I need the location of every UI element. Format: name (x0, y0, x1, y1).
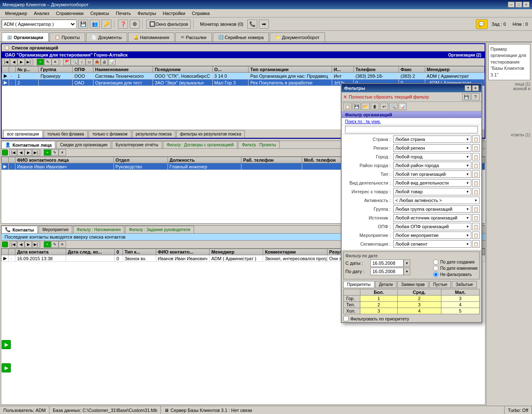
maximize-button[interactable]: □ (515, 2, 522, 7)
interest-select[interactable]: Любой товар ▼ (393, 188, 471, 195)
group-select[interactable]: Любая группа организаций ▼ (393, 205, 471, 213)
nav-green-btn[interactable] (2, 150, 8, 155)
priority-tab-empty[interactable]: Пустые (429, 281, 451, 288)
dialog-menu-btn-1[interactable]: 💾 (462, 93, 470, 101)
flag-btn[interactable]: 🚩 (63, 59, 71, 65)
activity-type-select[interactable]: Любой вид деятельности ▼ (393, 179, 471, 187)
tab-events[interactable]: Мероприятия (39, 226, 72, 233)
type-icon-btn[interactable]: 📋 (472, 170, 480, 178)
tab-accounting[interactable]: Бухгалтерские отчёты (112, 141, 162, 148)
add-contact-bottom-btn[interactable]: + (44, 241, 51, 248)
filter-icon-btn-5[interactable]: ↩ (380, 103, 388, 110)
filter-icon-btn-2[interactable]: 💾 (352, 103, 361, 110)
country-select[interactable]: Любая страна ▼ (393, 136, 471, 143)
green-action-btn-2[interactable]: ▶ (2, 363, 11, 372)
tab-documents[interactable]: 📄 Документы (86, 32, 127, 42)
menu-help[interactable]: Справка (189, 10, 213, 17)
contacts-nav-prev[interactable]: ◀ (17, 149, 25, 156)
reset-filter-btn[interactable]: ✕ Полностью сбросить текущий фильтр (343, 94, 461, 100)
dialog-menu-btn-2[interactable]: ? (471, 93, 480, 101)
tab-reminders-filter[interactable]: Фильтр : Напоминания (73, 226, 125, 233)
interest-icon-btn[interactable]: 📋 (472, 188, 480, 195)
edit-contact-bottom-btn[interactable]: ✎ (51, 241, 59, 248)
search-link[interactable]: Поиск по : № уник. (345, 119, 381, 124)
radio-change-input[interactable] (433, 266, 438, 271)
delete-contact-btn[interactable]: ✕ (59, 149, 66, 156)
menu-services[interactable]: Сервисы (87, 10, 113, 17)
region-select[interactable]: Любой регион ▼ (393, 144, 471, 152)
table-row[interactable]: ▶ · 1 Проингру ООО Системы Технического … (2, 73, 485, 79)
tab-contacts-bottom[interactable]: 📞 Контакты (1, 226, 38, 233)
group-icon-btn[interactable]: 📋 (472, 205, 480, 213)
priority-tab-priorities[interactable]: Приоритеты (343, 281, 374, 288)
delete-contact-bottom-btn[interactable]: ✕ (59, 241, 66, 248)
tab-discounts[interactable]: Скидки для организации (56, 141, 111, 148)
priority-tab-claims[interactable]: Заявки прав (397, 281, 429, 288)
chart-btn[interactable]: 📊 (108, 59, 116, 65)
source-icon-btn[interactable]: 📋 (472, 214, 480, 222)
green-action-btn-1[interactable]: ▶ (2, 340, 11, 349)
toolbar-btn-4[interactable]: ❓ (118, 20, 128, 29)
menu-print[interactable]: Печать (113, 10, 134, 17)
subtab-all[interactable]: все организации (3, 130, 43, 138)
date-to-btn[interactable]: ▼ (404, 268, 410, 275)
minimize-button[interactable]: – (508, 2, 515, 7)
district-select[interactable]: Любой район города ▼ (393, 162, 471, 169)
country-icon-btn[interactable]: 📋 (472, 136, 480, 143)
opf-select[interactable]: Любая ОПФ организаций ▼ (393, 223, 471, 230)
toolbar-btn-1[interactable]: 💾 (78, 20, 88, 29)
activity-type-icon-btn[interactable]: 📋 (472, 179, 480, 187)
filter-icon-btn-7[interactable]: 📊 (398, 103, 406, 110)
edit-org-btn[interactable]: ✎ (44, 59, 52, 65)
subtab-filters[interactable]: фильтры из результатов поиска (176, 130, 245, 138)
contacts-nav-first[interactable]: |◀ (10, 149, 17, 156)
tab-reminders[interactable]: 🔔 Напоминания (128, 32, 175, 42)
toolbar-btn-5[interactable]: ⚙ (130, 20, 140, 29)
toolbar-btn-window-filters[interactable]: 🔲 Окно фильтров (146, 20, 191, 29)
bottom-nav-last[interactable]: ▶| (32, 241, 39, 248)
contacts-nav-last[interactable]: ▶| (32, 149, 39, 156)
close-button[interactable]: × (523, 2, 530, 7)
add-contact-btn[interactable]: + (44, 149, 51, 156)
tab-docflow[interactable]: 📁 Документооборот (270, 32, 325, 42)
contacts-nav-next[interactable]: ▶ (25, 149, 32, 156)
search-field[interactable] (345, 126, 478, 133)
subtab-no-flag[interactable]: только без флажка (44, 130, 88, 138)
filter-icon-btn-3[interactable]: 📂 (362, 103, 370, 110)
type-select[interactable]: Любой тип организаций ▼ (393, 170, 471, 178)
sort-btn[interactable]: ↕ (78, 59, 86, 65)
menu-manager[interactable]: Менеджер (2, 10, 30, 17)
bottom-nav-first[interactable]: |◀ (10, 241, 17, 248)
toolbar-btn-chat[interactable]: 💬 (476, 19, 488, 29)
user-select[interactable]: ADM ( Администратор ) (2, 20, 76, 29)
nav-last[interactable]: ▶| (25, 59, 32, 65)
menu-references[interactable]: Справочники (53, 10, 87, 17)
filter-icon-btn-4[interactable]: 🗑 (371, 103, 379, 110)
tab-contacts[interactable]: 👤 Контактные лица (1, 141, 55, 148)
priority-tab-details[interactable]: Детали (375, 281, 397, 288)
filter-icon-btn-1[interactable]: 📋 (343, 103, 352, 110)
toolbar-btn-3[interactable]: 🔑 (101, 20, 111, 29)
nav-next[interactable]: ▶ (17, 59, 25, 65)
dialog-close-btn[interactable]: × (472, 85, 479, 91)
export-btn[interactable]: 📤 (93, 59, 101, 65)
segment-select[interactable]: Любой сегмент ▼ (393, 240, 471, 248)
source-select[interactable]: Любой источник организаций ▼ (393, 214, 471, 222)
subtab-with-flag[interactable]: только с флажком (89, 130, 131, 138)
district-icon-btn[interactable]: 📋 (472, 162, 480, 169)
add-org-btn[interactable]: + (37, 59, 44, 65)
edit-contact-btn[interactable]: ✎ (51, 149, 59, 156)
date-from-input[interactable] (370, 259, 404, 267)
radio-creation-input[interactable] (433, 259, 438, 265)
radio-nofilter-input[interactable] (433, 272, 438, 277)
filter-btn[interactable]: 🔍 (71, 59, 78, 65)
toolbar-btn-arrow[interactable]: ➡ (259, 20, 269, 29)
tab-contracts-filter[interactable]: Фильтр : Договоры с организацией (163, 141, 237, 148)
toolbar-btn-phone[interactable]: 📞 (247, 20, 257, 29)
menu-filters[interactable]: Фильтры (134, 10, 160, 17)
bottom-nav-prev[interactable]: ◀ (17, 241, 25, 248)
menu-analysis[interactable]: Анализ (30, 10, 52, 17)
menu-settings[interactable]: Настройки (160, 10, 189, 17)
tab-organizations[interactable]: 🏢 Организации (2, 32, 49, 42)
delete-org-btn[interactable]: ✕ (52, 59, 59, 65)
